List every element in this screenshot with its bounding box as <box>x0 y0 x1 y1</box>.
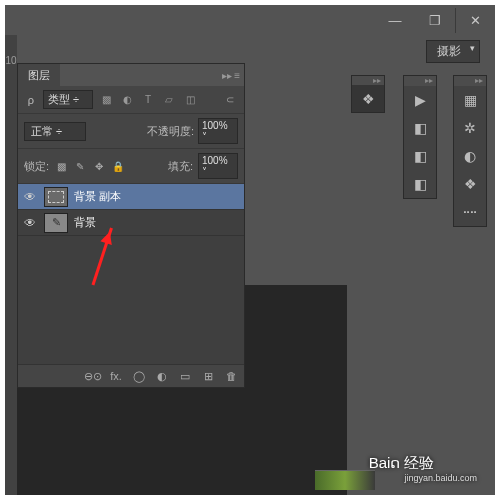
layers-panel: 图层 ▸▸ ≡ ρ 类型 ÷ ▩ ◐ T ▱ ◫ ⊂ 正常 ÷ 不透明度: 10… <box>17 63 245 388</box>
dock-header[interactable]: ▸▸ <box>404 76 436 86</box>
blend-row: 正常 ÷ 不透明度: 100% ˅ <box>18 114 244 149</box>
dock-column-2: ▸▸ ▶ ◧ ◧ ◧ <box>403 75 437 199</box>
layer-name[interactable]: 背景 副本 <box>74 189 121 204</box>
workspace-selector[interactable]: 摄影 <box>426 40 480 63</box>
visibility-icon[interactable]: 👁 <box>22 189 38 205</box>
layer-name[interactable]: 背景 <box>74 215 96 230</box>
panel-icon[interactable]: ◧ <box>404 114 436 142</box>
filter-toggle[interactable]: ⊂ <box>222 93 238 107</box>
layers-list: 👁 背景 副本 👁 背景 <box>18 184 244 364</box>
lock-pixels-icon[interactable]: ✎ <box>73 159 87 173</box>
restore-button[interactable]: ❐ <box>415 8 455 33</box>
filter-shape-icon[interactable]: ▱ <box>161 93 177 107</box>
fx-icon[interactable]: fx. <box>109 369 123 383</box>
minimize-button[interactable]: — <box>375 8 415 33</box>
watermark-text: 经验 <box>404 454 434 471</box>
adjustment-icon[interactable]: ◐ <box>155 369 169 383</box>
opacity-label: 不透明度: <box>147 124 194 139</box>
filter-kind-select[interactable]: 类型 ÷ <box>43 90 93 109</box>
image-preview-strip <box>315 470 375 490</box>
dock-column-3: ▸▸ ▦ ✲ ◐ ❖ ᠁ <box>453 75 487 227</box>
fill-input[interactable]: 100% ˅ <box>198 153 238 179</box>
group-icon[interactable]: ▭ <box>178 369 192 383</box>
filter-pixel-icon[interactable]: ▩ <box>98 93 114 107</box>
lock-label: 锁定: <box>24 159 49 174</box>
lock-row: 锁定: ▩ ✎ ✥ 🔒 填充: 100% ˅ <box>18 149 244 184</box>
blend-mode-select[interactable]: 正常 ÷ <box>24 122 86 141</box>
visibility-icon[interactable]: 👁 <box>22 215 38 231</box>
lock-all-icon[interactable]: 🔒 <box>111 159 125 173</box>
lock-transparent-icon[interactable]: ▩ <box>54 159 68 173</box>
fill-label: 填充: <box>168 159 193 174</box>
mask-icon[interactable]: ◯ <box>132 369 146 383</box>
filter-adjust-icon[interactable]: ◐ <box>119 93 135 107</box>
new-layer-icon[interactable]: ⊞ <box>201 369 215 383</box>
layer-filter-row: ρ 类型 ÷ ▩ ◐ T ▱ ◫ ⊂ <box>18 86 244 114</box>
annotation-arrow <box>92 228 113 286</box>
watermark: Baiດ 经验 jingyan.baidu.com <box>369 454 477 483</box>
panel-tabs: 图层 ▸▸ ≡ <box>18 64 244 86</box>
navigator-icon[interactable]: ✲ <box>454 114 486 142</box>
panel-menu-icon[interactable]: ≡ <box>234 70 240 81</box>
opacity-input[interactable]: 100% ˅ <box>198 118 238 144</box>
collapse-icon[interactable]: ▸▸ <box>222 70 232 81</box>
close-button[interactable]: ✕ <box>455 8 495 33</box>
layers-tab[interactable]: 图层 <box>18 64 60 86</box>
watermark-sub: jingyan.baidu.com <box>404 473 477 483</box>
paths-icon[interactable]: ᠁ <box>454 198 486 226</box>
panel-icon[interactable]: ◧ <box>404 142 436 170</box>
histogram-icon[interactable]: ▦ <box>454 86 486 114</box>
layers-panel-footer: ⊖⊙ fx. ◯ ◐ ▭ ⊞ 🗑 <box>18 364 244 387</box>
link-layers-icon[interactable]: ⊖⊙ <box>86 369 100 383</box>
options-bar: 摄影 <box>426 40 480 63</box>
delete-layer-icon[interactable]: 🗑 <box>224 369 238 383</box>
layers-dock-icon[interactable]: ❖ <box>352 85 384 112</box>
color-icon[interactable]: ◐ <box>454 142 486 170</box>
layer-item[interactable]: 👁 背景 <box>18 210 244 236</box>
filter-smart-icon[interactable]: ◫ <box>182 93 198 107</box>
watermark-brand: Baiດ <box>369 454 401 472</box>
swatches-icon[interactable]: ❖ <box>454 170 486 198</box>
search-filter-icon[interactable]: ρ <box>24 93 38 107</box>
panel-menu: ▸▸ ≡ <box>222 70 244 81</box>
layer-thumbnail[interactable] <box>44 213 68 233</box>
dock-header[interactable]: ▸▸ <box>352 76 384 85</box>
actions-icon[interactable]: ▶ <box>404 86 436 114</box>
window-titlebar: — ❐ ✕ <box>375 5 495 35</box>
panel-icon[interactable]: ◧ <box>404 170 436 198</box>
layer-item[interactable]: 👁 背景 副本 <box>18 184 244 210</box>
lock-position-icon[interactable]: ✥ <box>92 159 106 173</box>
filter-type-icon[interactable]: T <box>140 93 156 107</box>
dock-header[interactable]: ▸▸ <box>454 76 486 86</box>
dock-column-1: ▸▸ ❖ <box>351 75 385 113</box>
layer-thumbnail[interactable] <box>44 187 68 207</box>
left-ruler: 10 <box>5 35 17 495</box>
